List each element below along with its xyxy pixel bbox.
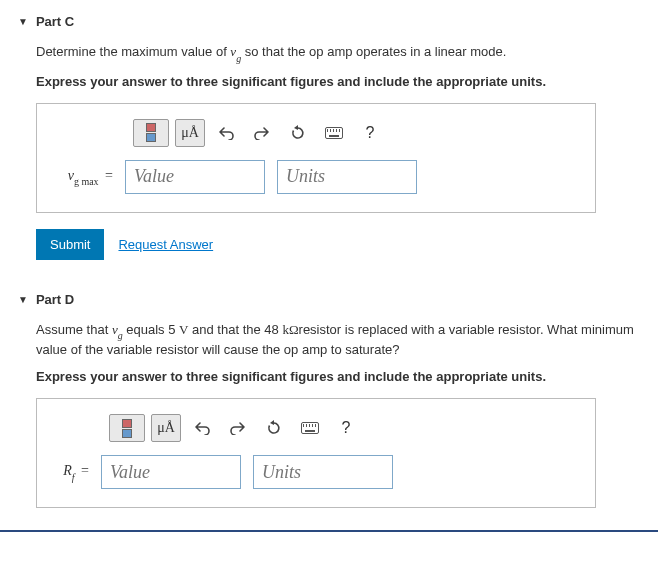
part-d-value-input[interactable] <box>101 455 241 489</box>
keyboard-icon <box>325 127 343 139</box>
collapse-triangle-icon: ▼ <box>18 16 28 27</box>
redo-icon <box>254 126 270 140</box>
fraction-icon <box>146 123 156 142</box>
reset-button[interactable] <box>259 414 289 442</box>
part-d-var-label: Rf = <box>53 463 89 481</box>
fraction-icon <box>122 419 132 438</box>
part-d-title: Part D <box>36 292 74 307</box>
keyboard-button[interactable] <box>319 119 349 147</box>
prompt-text: equals 5 <box>123 322 179 337</box>
equals: = <box>78 463 89 478</box>
reset-icon <box>290 125 306 141</box>
part-c-title: Part C <box>36 14 74 29</box>
equals: = <box>102 168 113 183</box>
prompt-text: so that the op amp operates in a linear … <box>241 44 506 59</box>
templates-button[interactable] <box>133 119 169 147</box>
templates-button[interactable] <box>109 414 145 442</box>
prompt-text: Determine the maximum value of <box>36 44 230 59</box>
special-chars-button[interactable]: μÅ <box>151 414 181 442</box>
part-d-toolbar: μÅ ? <box>109 413 579 443</box>
prompt-kohm: kΩ <box>282 322 298 337</box>
prompt-volt: V <box>179 322 188 337</box>
part-d-header[interactable]: ▼ Part D <box>18 286 658 321</box>
help-button[interactable]: ? <box>355 119 385 147</box>
part-c-toolbar: μÅ ? <box>133 118 579 148</box>
part-d-container: ▼ Part D Assume that vg equals 5 V and t… <box>0 278 658 527</box>
part-d-input-row: Rf = <box>53 455 579 489</box>
reset-icon <box>266 420 282 436</box>
part-c-value-input[interactable] <box>125 160 265 194</box>
prompt-text: and that the 48 <box>188 322 282 337</box>
part-d-body: Assume that vg equals 5 V and that the 4… <box>18 321 658 527</box>
prompt-text: Assume that <box>36 322 112 337</box>
undo-icon <box>194 421 210 435</box>
part-c-prompt: Determine the maximum value of vg so tha… <box>36 43 640 64</box>
request-answer-link[interactable]: Request Answer <box>118 237 213 252</box>
prompt-sub: g <box>118 330 123 341</box>
help-button[interactable]: ? <box>331 414 361 442</box>
part-c-input-row: vg max = <box>53 160 579 194</box>
undo-icon <box>218 126 234 140</box>
part-d-answer-box: μÅ ? Rf = <box>36 398 596 508</box>
part-c-body: Determine the maximum value of vg so tha… <box>18 43 658 278</box>
undo-button[interactable] <box>187 414 217 442</box>
part-c-container: ▼ Part C Determine the maximum value of … <box>0 0 658 278</box>
part-c-header[interactable]: ▼ Part C <box>18 8 658 43</box>
part-d-prompt: Assume that vg equals 5 V and that the 4… <box>36 321 640 360</box>
var: v <box>68 168 74 183</box>
redo-button[interactable] <box>223 414 253 442</box>
part-c-var-label: vg max = <box>53 168 113 186</box>
var: R <box>63 463 72 478</box>
part-c-submit-row: Submit Request Answer <box>36 229 640 260</box>
prompt-sub: g <box>236 53 241 64</box>
undo-button[interactable] <box>211 119 241 147</box>
part-c-instruction: Express your answer to three significant… <box>36 74 640 89</box>
part-c-answer-box: μÅ ? vg max = <box>36 103 596 213</box>
prompt-var: v <box>112 322 118 337</box>
collapse-triangle-icon: ▼ <box>18 294 28 305</box>
keyboard-icon <box>301 422 319 434</box>
part-c-units-input[interactable] <box>277 160 417 194</box>
redo-icon <box>230 421 246 435</box>
keyboard-button[interactable] <box>295 414 325 442</box>
var-sub: f <box>72 472 75 483</box>
bottom-divider <box>0 530 658 532</box>
special-chars-button[interactable]: μÅ <box>175 119 205 147</box>
redo-button[interactable] <box>247 119 277 147</box>
part-d-instruction: Express your answer to three significant… <box>36 369 640 384</box>
part-d-units-input[interactable] <box>253 455 393 489</box>
var-sub: g max <box>74 176 99 187</box>
reset-button[interactable] <box>283 119 313 147</box>
submit-button[interactable]: Submit <box>36 229 104 260</box>
